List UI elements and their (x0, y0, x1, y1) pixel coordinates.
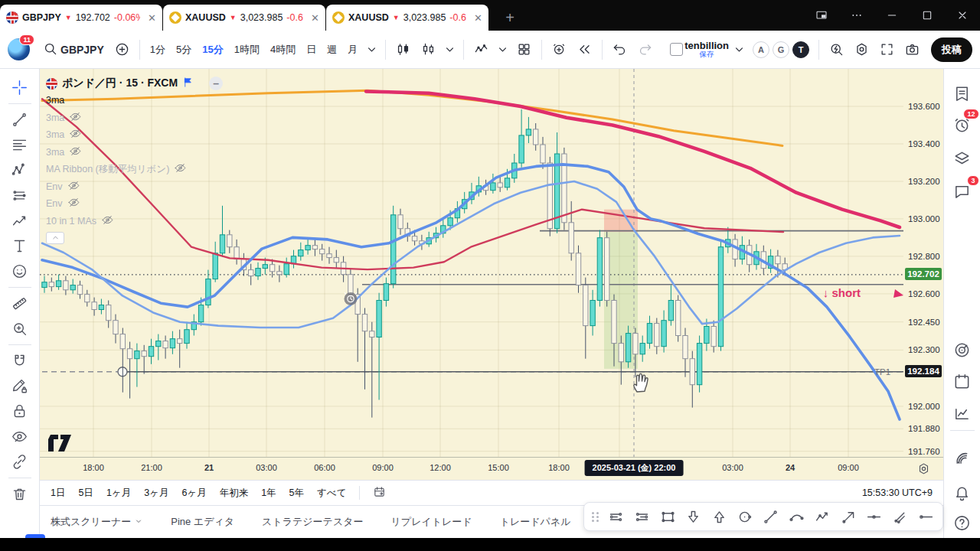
range-6ヶ月[interactable]: 6ヶ月 (181, 487, 206, 500)
eye-off-icon[interactable] (102, 214, 113, 228)
sidebar-object-tree-icon[interactable] (949, 145, 976, 172)
close-tab-icon[interactable]: ✕ (148, 12, 156, 24)
close-tab-icon[interactable]: ✕ (474, 12, 482, 24)
curve-tool-icon[interactable] (785, 505, 809, 528)
sidebar-bell-icon[interactable] (949, 478, 976, 506)
snapshot-camera-icon[interactable] (900, 39, 925, 60)
fullscreen-icon[interactable] (874, 39, 900, 60)
timeframe-15分[interactable]: 15分 (197, 40, 228, 60)
arrow-up-tool-icon[interactable] (707, 505, 732, 528)
timeframe-chevron-icon[interactable] (363, 39, 381, 60)
legend-row-4[interactable]: MA Ribbon (移動平均リボン) (46, 161, 223, 178)
tab-xauusd-1[interactable]: XAUUSD▼3,023.985-0.6✕ (163, 5, 325, 31)
timeframe-1分[interactable]: 1分 (145, 40, 171, 60)
trend-line-tool-icon[interactable] (759, 505, 783, 528)
axis-settings-gear-icon[interactable] (917, 462, 930, 477)
eye-off-icon[interactable] (68, 180, 80, 194)
long-position-tool-icon[interactable] (604, 505, 629, 528)
tool-long-position-icon[interactable] (6, 183, 34, 208)
sidebar-screener-icon[interactable] (949, 336, 976, 364)
sidebar-alert-clock-icon[interactable]: 12 (949, 111, 976, 139)
bottom-menu-item-2[interactable]: ストラテジーテスター (262, 515, 363, 529)
eye-off-icon[interactable] (70, 145, 81, 159)
range-すべて[interactable]: すべて (317, 487, 346, 500)
legend-row-5[interactable]: Env (46, 178, 223, 196)
tool-trend-line-icon[interactable] (6, 107, 34, 132)
time-axis[interactable]: 18:0021:002103:0006:0009:0012:0015:0018:… (40, 457, 943, 480)
layout-grid-icon[interactable] (511, 39, 537, 60)
publish-button[interactable]: 投稿 (931, 37, 972, 62)
legend-row-3[interactable]: 3ma (46, 144, 223, 161)
bottom-menu-item-0[interactable]: 株式スクリーナー (51, 515, 143, 529)
go-to-date-icon[interactable] (373, 485, 386, 500)
tool-text-icon[interactable] (6, 233, 34, 259)
horizontal-line-tool-icon[interactable] (862, 505, 887, 528)
rectangle-tool-icon[interactable] (655, 505, 680, 528)
flag-icon[interactable] (182, 77, 194, 90)
bottom-menu-item-3[interactable]: リプレイトレード (391, 515, 472, 529)
cross-line-tool-icon[interactable] (888, 505, 913, 528)
pip-icon[interactable] (804, 0, 839, 31)
tool-emoji-icon[interactable] (6, 259, 34, 284)
close-tab-icon[interactable]: ✕ (311, 12, 319, 24)
range-年初来[interactable]: 年初来 (220, 487, 249, 500)
eye-off-icon[interactable] (70, 111, 81, 125)
collapse-legend-icon[interactable]: – (209, 77, 223, 90)
account-menu[interactable]: tenbillion 保存 (684, 41, 729, 59)
circle-tool-icon[interactable] (733, 505, 757, 528)
minimize-icon[interactable] (874, 0, 910, 31)
timeframe-日[interactable]: 日 (301, 40, 322, 60)
range-1日[interactable]: 1日 (51, 487, 65, 500)
alert-add-icon[interactable] (547, 39, 572, 60)
eye-off-icon[interactable] (175, 162, 186, 176)
timeframe-週[interactable]: 週 (322, 40, 342, 60)
replay-icon[interactable] (572, 39, 597, 60)
range-5日[interactable]: 5日 (78, 487, 93, 500)
tool-xabcd-pattern-icon[interactable] (6, 158, 34, 183)
tab-xauusd-2[interactable]: XAUUSD▼3,023.985-0.6✕ (326, 5, 488, 31)
account-badge-G[interactable]: G (773, 41, 789, 58)
tool-lock-icon[interactable] (6, 399, 34, 424)
indicators-chevron-icon[interactable] (494, 39, 511, 60)
polyline-tool-icon[interactable] (811, 505, 835, 528)
settings-gear-icon[interactable] (849, 39, 874, 60)
drag-handle[interactable] (592, 512, 599, 522)
close-window-icon[interactable] (945, 0, 980, 31)
chart-pane[interactable]: ↓ shortTP1 193.600193.400193.200193.0001… (40, 69, 943, 538)
account-chevron-icon[interactable] (730, 39, 748, 60)
indicators-icon[interactable] (469, 39, 494, 60)
undo-icon[interactable] (607, 39, 632, 60)
new-tab-button[interactable]: + (500, 8, 520, 28)
tool-eye-icon[interactable] (6, 424, 34, 449)
symbol-title[interactable]: ポンド／円 · 15 · FXCM (62, 77, 178, 90)
tool-polyline-icon[interactable] (6, 208, 34, 233)
account-badge-A[interactable]: A (753, 41, 769, 58)
range-3ヶ月[interactable]: 3ヶ月 (144, 487, 168, 500)
layout-checkbox[interactable] (670, 43, 683, 56)
candles-style-icon[interactable] (390, 39, 416, 60)
sidebar-streams-icon[interactable] (949, 444, 976, 471)
tool-magnet-icon[interactable] (6, 348, 34, 373)
range-5年[interactable]: 5年 (289, 487, 304, 500)
tool-fib-retracement-icon[interactable] (6, 132, 34, 158)
timeframe-1時間[interactable]: 1時間 (229, 40, 265, 60)
more-dots-icon[interactable] (839, 0, 874, 31)
quick-search-icon[interactable] (824, 39, 849, 60)
legend-collapse-button[interactable] (46, 232, 64, 244)
sidebar-help-icon[interactable] (949, 509, 976, 536)
timeframe-月[interactable]: 月 (342, 40, 363, 60)
bottom-menu-item-4[interactable]: トレードパネル (500, 515, 571, 529)
sidebar-calendar-icon[interactable] (949, 367, 976, 395)
arrow-down-tool-icon[interactable] (681, 505, 706, 528)
timeframe-4時間[interactable]: 4時間 (265, 40, 301, 60)
tool-draw-lock-icon[interactable] (6, 373, 34, 399)
sidebar-chat-icon[interactable]: 3 (949, 178, 976, 205)
range-1ヶ月[interactable]: 1ヶ月 (106, 487, 131, 500)
price-axis[interactable]: 193.600193.400193.200193.000192.800192.6… (903, 69, 943, 457)
legend-row-2[interactable]: 3ma (46, 126, 223, 144)
tool-ruler-icon[interactable] (6, 291, 34, 316)
tool-zoom-in-icon[interactable] (6, 316, 34, 341)
legend-row-1[interactable]: 3ma (46, 109, 223, 127)
clock-utc[interactable]: 15:53:30 UTC+9 (862, 487, 933, 498)
style-chevron-icon[interactable] (441, 39, 459, 60)
